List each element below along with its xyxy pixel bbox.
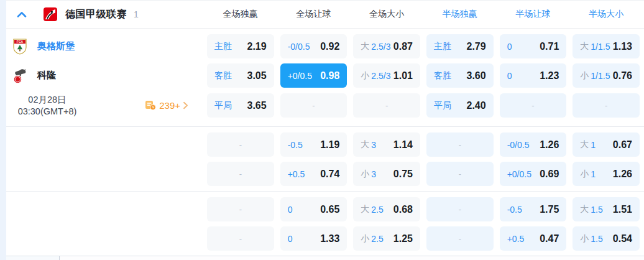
- line-label: 2.5/3: [371, 42, 390, 52]
- odds-cell-empty: -: [207, 226, 274, 251]
- under-label: 小: [361, 233, 369, 244]
- odds-cell[interactable]: 小2.5/31.01: [353, 63, 420, 88]
- league-panel: 德国甲级联赛 1 全场独赢 全场让球 全场大小 半场独赢 半场让球 半场大小 F…: [6, 0, 644, 260]
- odds-cell[interactable]: 小11.26: [573, 162, 640, 186]
- odds-cell-empty: -: [573, 93, 640, 118]
- dash-placeholder: -: [312, 101, 315, 110]
- dash-placeholder: -: [459, 234, 461, 243]
- odds-cell[interactable]: 小2.51.25: [353, 226, 420, 251]
- odds-cell[interactable]: +0.50.47: [500, 226, 567, 251]
- odds-cell-empty: -: [426, 197, 494, 221]
- odds-cell[interactable]: +0.50.74: [280, 162, 347, 186]
- dash-placeholder: -: [459, 140, 461, 149]
- page-gutter: [0, 0, 6, 260]
- odds-cell[interactable]: 主胜2.79: [426, 34, 494, 58]
- odds-value: 2.19: [247, 41, 267, 52]
- odds-cell[interactable]: +0/0.50.69: [500, 162, 567, 186]
- home-team-name: 奥格斯堡: [37, 40, 75, 52]
- odds-value: 1.33: [320, 233, 339, 244]
- odds-value: 2.79: [467, 41, 486, 52]
- under-label: 小: [361, 70, 369, 81]
- odds-value: 1.51: [613, 204, 632, 215]
- line-label: -0/0.5: [288, 42, 310, 52]
- odds-cell-empty: -: [500, 93, 567, 118]
- dash-placeholder: -: [531, 101, 534, 110]
- odds-cell[interactable]: -0.51.75: [500, 197, 567, 221]
- odds-value: 3.60: [467, 70, 486, 81]
- league-header: 德国甲级联赛 1 全场独赢 全场让球 全场大小 半场独赢 半场让球 半场大小: [6, 1, 644, 29]
- odds-cell[interactable]: 大10.67: [573, 132, 640, 157]
- odds-cell[interactable]: 小30.75: [353, 162, 420, 186]
- line-label: 1: [591, 169, 596, 179]
- odds-cell[interactable]: 00.65: [280, 197, 347, 221]
- col-header-fulltime-handicap: 全场让球: [280, 9, 347, 20]
- odds-cell-empty: -: [207, 162, 274, 186]
- line-label: 客胜: [214, 70, 232, 81]
- line-label: 1.5: [591, 205, 602, 215]
- odds-cell[interactable]: 大1.51.51: [573, 197, 640, 221]
- line-label: 0: [507, 42, 512, 52]
- dash-placeholder: -: [459, 169, 461, 179]
- odds-cell[interactable]: 大2.50.68: [353, 197, 420, 221]
- over-label: 大: [361, 41, 369, 52]
- odds-cell[interactable]: -0/0.51.26: [500, 132, 567, 157]
- augsburg-crest-icon: FCA: [12, 39, 29, 55]
- line-label: +0/0.5: [507, 169, 531, 179]
- line-label: 2.5/3: [371, 71, 390, 81]
- odds-cell-selected[interactable]: +0/0.50.98: [280, 63, 347, 88]
- alt-line-row: - 00.65 大2.50.68 - -0.51.75 大1.51.51: [6, 197, 644, 221]
- collapse-chevron-up-icon[interactable]: [17, 11, 27, 18]
- odds-cell[interactable]: 01.23: [500, 63, 567, 88]
- odds-value: 0.92: [320, 41, 339, 52]
- odds-value: 3.05: [247, 70, 267, 81]
- odds-cell[interactable]: 00.71: [500, 34, 567, 58]
- odds-value: 1.25: [393, 233, 413, 244]
- odds-value: 1.26: [540, 139, 559, 151]
- over-label: 大: [361, 204, 369, 215]
- odds-value: 1.19: [320, 139, 339, 151]
- under-label: 小: [361, 169, 369, 180]
- odds-value: 3.65: [247, 100, 267, 111]
- league-name: 德国甲级联赛: [65, 8, 127, 21]
- line-label: 主胜: [214, 41, 232, 52]
- line-label: +0/0.5: [288, 71, 312, 81]
- alt-line-row: - 01.33 小2.51.25 - +0.50.47 小1.50.54: [6, 226, 644, 251]
- odds-value: 0.67: [613, 139, 632, 151]
- info-spacer: [6, 162, 201, 186]
- odds-cell[interactable]: 小1/1.50.76: [573, 63, 640, 88]
- odds-value: 0.87: [393, 41, 413, 52]
- odds-cell[interactable]: 大2.5/30.87: [353, 34, 420, 58]
- line-label: 客胜: [434, 70, 451, 81]
- league-info: 德国甲级联赛 1: [6, 7, 201, 21]
- odds-value: 0.54: [613, 233, 632, 244]
- odds-cell-empty: -: [426, 226, 494, 251]
- more-markets-button[interactable]: 239+: [145, 100, 188, 111]
- col-header-halftime-overunder: 半场大小: [573, 9, 640, 20]
- over-label: 大: [580, 204, 589, 215]
- odds-cell[interactable]: 平局3.65: [207, 93, 274, 118]
- odds-cell[interactable]: 客胜3.05: [207, 63, 274, 88]
- odds-value: 0.68: [393, 204, 413, 215]
- home-team-row: FCA 奥格斯堡 主胜2.19 -0/0.50.92 大2.5/30.87 主胜…: [6, 34, 644, 58]
- col-header-fulltime-1x2: 全场独赢: [207, 9, 274, 20]
- line-label: -0.5: [507, 205, 522, 215]
- odds-cell[interactable]: 平局2.40: [426, 93, 494, 118]
- odds-cell[interactable]: 主胜2.19: [207, 34, 274, 58]
- odds-value: 1.75: [540, 204, 559, 215]
- markets-doc-clock-icon: [145, 100, 156, 111]
- odds-cell-empty: -: [207, 132, 274, 157]
- away-team-name: 科隆: [37, 70, 56, 81]
- odds-value: 0.71: [540, 41, 559, 52]
- line-label: 0: [288, 205, 293, 215]
- odds-cell[interactable]: 客胜3.60: [426, 63, 494, 88]
- more-markets-count: 239+: [159, 100, 180, 111]
- odds-cell[interactable]: 小1.50.54: [573, 226, 640, 251]
- odds-cell[interactable]: 大1/1.51.13: [573, 34, 640, 58]
- odds-cell[interactable]: -0.51.19: [280, 132, 347, 157]
- chevron-right-icon: [183, 101, 188, 109]
- draw-time-row: 02月28日 03:30(GMT+8): [6, 93, 644, 118]
- odds-cell[interactable]: -0/0.50.92: [280, 34, 347, 58]
- odds-cell[interactable]: 大31.14: [353, 132, 420, 157]
- odds-cell[interactable]: 01.33: [280, 226, 347, 251]
- line-label: -0/0.5: [507, 140, 530, 150]
